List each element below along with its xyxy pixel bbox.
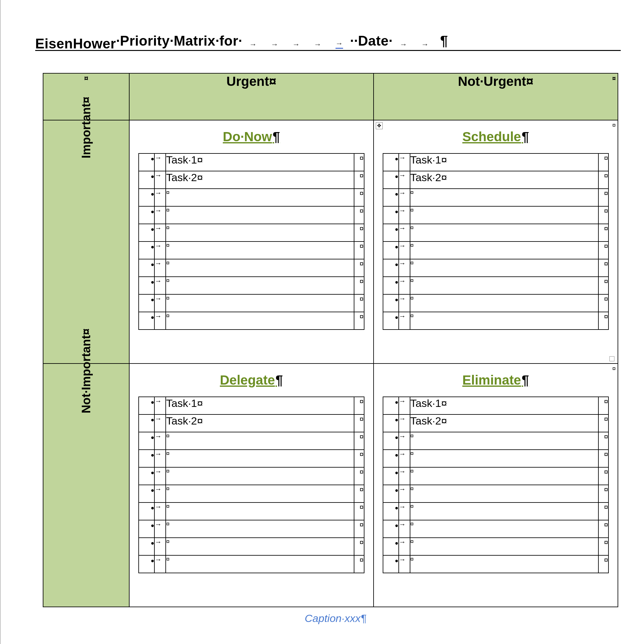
task-text[interactable]: ¤ <box>410 189 598 206</box>
task-row[interactable]: •→¤¤ <box>139 485 364 502</box>
task-row[interactable]: •→¤¤ <box>383 520 608 538</box>
task-text[interactable]: Task·1¤ <box>166 153 354 171</box>
task-list[interactable]: •→Task·1¤¤•→Task·2¤¤•→¤¤•→¤¤•→¤¤•→¤¤•→¤¤… <box>383 153 609 330</box>
task-row[interactable]: •→¤¤ <box>383 294 608 312</box>
column-header-urgent[interactable]: Urgent¤ <box>129 73 373 120</box>
task-text[interactable]: ¤ <box>166 485 354 502</box>
task-row[interactable]: •→¤¤ <box>383 450 608 467</box>
task-text[interactable]: ¤ <box>410 555 598 573</box>
task-text[interactable]: ¤ <box>166 450 354 467</box>
task-text[interactable]: Task·1¤ <box>410 397 598 414</box>
task-text[interactable]: ¤ <box>166 259 354 277</box>
task-row[interactable]: •→Task·2¤¤ <box>383 414 608 432</box>
task-row[interactable]: •→¤¤ <box>139 241 364 259</box>
task-text[interactable]: Task·1¤ <box>410 153 598 171</box>
quadrant-delegate[interactable]: Delegate¶•→Task·1¤¤•→Task·2¤¤•→¤¤•→¤¤•→¤… <box>129 364 373 607</box>
task-text[interactable]: Task·2¤ <box>410 171 598 189</box>
task-text[interactable]: ¤ <box>410 312 598 330</box>
task-text[interactable]: ¤ <box>166 277 354 294</box>
document-title[interactable]: EisenHower·Priority·Matrix·for· → → → → … <box>35 33 621 51</box>
task-row[interactable]: •→¤¤ <box>383 467 608 485</box>
task-text[interactable]: ¤ <box>166 294 354 312</box>
task-row[interactable]: •→Task·2¤¤ <box>139 171 364 189</box>
task-row[interactable]: •→Task·2¤¤ <box>139 414 364 432</box>
task-row[interactable]: •→¤¤ <box>383 538 608 555</box>
task-row[interactable]: •→¤¤ <box>139 189 364 206</box>
task-text[interactable]: ¤ <box>410 467 598 485</box>
task-text[interactable]: ¤ <box>410 538 598 555</box>
task-text[interactable]: ¤ <box>166 502 354 520</box>
task-list[interactable]: •→Task·1¤¤•→Task·2¤¤•→¤¤•→¤¤•→¤¤•→¤¤•→¤¤… <box>383 397 609 573</box>
task-row[interactable]: •→¤¤ <box>139 555 364 573</box>
task-text[interactable]: ¤ <box>410 294 598 312</box>
table-caption[interactable]: Caption·xxx¶ <box>43 612 628 625</box>
task-text[interactable]: ¤ <box>166 555 354 573</box>
task-text[interactable]: ¤ <box>166 312 354 330</box>
task-row[interactable]: •→¤¤ <box>139 312 364 330</box>
task-list[interactable]: •→Task·1¤¤•→Task·2¤¤•→¤¤•→¤¤•→¤¤•→¤¤•→¤¤… <box>138 153 364 330</box>
task-row[interactable]: •→¤¤ <box>383 241 608 259</box>
resize-handle-icon[interactable] <box>609 356 614 361</box>
task-row[interactable]: •→¤¤ <box>383 224 608 241</box>
move-handle-icon[interactable]: ✥ <box>376 122 383 129</box>
task-row[interactable]: •→Task·2¤¤ <box>383 171 608 189</box>
task-text[interactable]: Task·2¤ <box>166 414 354 432</box>
task-row[interactable]: •→¤¤ <box>139 432 364 450</box>
task-row[interactable]: •→¤¤ <box>139 277 364 294</box>
task-row[interactable]: •→¤¤ <box>139 502 364 520</box>
task-row[interactable]: •→¤¤ <box>383 189 608 206</box>
task-row[interactable]: •→¤¤ <box>383 206 608 224</box>
task-row[interactable]: •→¤¤ <box>383 277 608 294</box>
task-row[interactable]: •→¤¤ <box>383 502 608 520</box>
task-text[interactable]: ¤ <box>410 520 598 538</box>
task-row[interactable]: •→¤¤ <box>139 294 364 312</box>
task-text[interactable]: ¤ <box>166 206 354 224</box>
task-text[interactable]: ¤ <box>410 259 598 277</box>
column-header-not-urgent[interactable]: Not·Urgent¤ ¤ <box>374 73 618 120</box>
eisenhower-matrix[interactable]: ¤ Urgent¤ Not·Urgent¤ ¤ Important¤ Do·No… <box>43 73 618 607</box>
task-text[interactable]: ¤ <box>410 432 598 450</box>
row-header-not-important[interactable]: Not·Important¤ <box>43 364 129 607</box>
task-text[interactable]: ¤ <box>166 520 354 538</box>
task-row[interactable]: •→Task·1¤¤ <box>383 397 608 414</box>
task-list[interactable]: •→Task·1¤¤•→Task·2¤¤•→¤¤•→¤¤•→¤¤•→¤¤•→¤¤… <box>138 397 364 573</box>
task-row[interactable]: •→¤¤ <box>383 485 608 502</box>
task-text[interactable]: ¤ <box>410 206 598 224</box>
quadrant-eliminate[interactable]: ¤ Eliminate¶•→Task·1¤¤•→Task·2¤¤•→¤¤•→¤¤… <box>374 364 618 607</box>
task-text[interactable]: Task·2¤ <box>410 414 598 432</box>
task-row[interactable]: •→¤¤ <box>139 520 364 538</box>
task-row[interactable]: •→Task·1¤¤ <box>383 153 608 171</box>
task-text[interactable]: ¤ <box>166 467 354 485</box>
row-header-important[interactable]: Important¤ <box>43 120 129 364</box>
task-text[interactable]: ¤ <box>410 502 598 520</box>
task-text[interactable]: ¤ <box>410 224 598 241</box>
task-row[interactable]: •→Task·1¤¤ <box>139 397 364 414</box>
task-row[interactable]: •→¤¤ <box>139 538 364 555</box>
task-text[interactable]: ¤ <box>410 277 598 294</box>
task-row[interactable]: •→¤¤ <box>383 259 608 277</box>
task-row[interactable]: •→Task·1¤¤ <box>139 153 364 171</box>
task-text[interactable]: Task·1¤ <box>166 397 354 414</box>
tab-icon: → <box>154 241 166 259</box>
task-text[interactable]: ¤ <box>166 189 354 206</box>
task-row[interactable]: •→¤¤ <box>139 259 364 277</box>
task-row[interactable]: •→¤¤ <box>383 432 608 450</box>
task-text[interactable]: ¤ <box>410 485 598 502</box>
task-text[interactable]: ¤ <box>166 224 354 241</box>
task-text[interactable]: ¤ <box>166 241 354 259</box>
quadrant-schedule[interactable]: ¤ Schedule¶✥•→Task·1¤¤•→Task·2¤¤•→¤¤•→¤¤… <box>374 120 618 364</box>
task-text[interactable]: Task·2¤ <box>166 171 354 189</box>
task-text[interactable]: ¤ <box>166 538 354 555</box>
task-text[interactable]: ¤ <box>410 450 598 467</box>
task-row[interactable]: •→¤¤ <box>139 224 364 241</box>
task-row[interactable]: •→¤¤ <box>383 555 608 573</box>
task-text[interactable]: ¤ <box>410 241 598 259</box>
task-text[interactable]: ¤ <box>166 432 354 450</box>
task-row[interactable]: •→¤¤ <box>139 467 364 485</box>
task-row[interactable]: •→¤¤ <box>139 450 364 467</box>
cell-mark-icon: ¤ <box>354 259 364 277</box>
quadrant-do-now[interactable]: Do·Now¶•→Task·1¤¤•→Task·2¤¤•→¤¤•→¤¤•→¤¤•… <box>129 120 373 364</box>
cell-mark-icon: ¤ <box>354 277 364 294</box>
task-row[interactable]: •→¤¤ <box>139 206 364 224</box>
task-row[interactable]: •→¤¤ <box>383 312 608 330</box>
